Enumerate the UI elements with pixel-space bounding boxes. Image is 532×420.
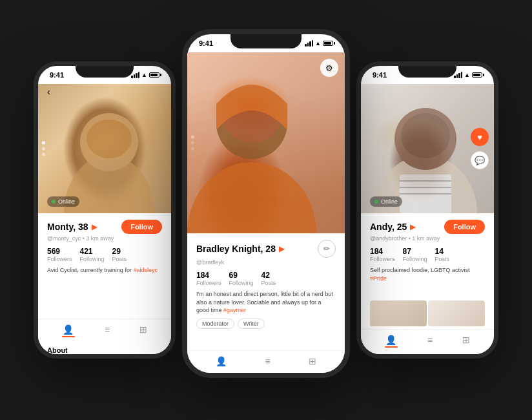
tag-writer: Writer	[238, 319, 265, 329]
verify-icon-left: ▶	[92, 223, 97, 231]
phones-container: 9:41 ▲ ‹	[14, 10, 518, 410]
nav-person-center[interactable]: 👤	[216, 356, 227, 366]
wifi-left: ▲	[141, 72, 147, 78]
nav-list-right[interactable]: ≡	[427, 335, 433, 348]
edit-icon: ✏	[323, 244, 330, 253]
dot-3	[42, 153, 45, 156]
notch-right	[398, 66, 456, 78]
thumb-grid	[361, 298, 494, 329]
about-label: About	[38, 344, 171, 354]
bottom-nav-right: 👤 ≡ ⊞	[361, 329, 494, 354]
time-right: 9:41	[373, 71, 387, 79]
profile-photo-center: ⚙	[187, 52, 345, 233]
name-row-center: Bradley Knight, 28 ▶ ✏	[196, 240, 336, 258]
chat-icon: 💬	[475, 156, 485, 165]
notch-center	[230, 34, 302, 48]
dot-2	[42, 147, 45, 151]
username-dist-left: @monty_cyc • 3 km away	[47, 235, 162, 242]
dot-1	[42, 142, 45, 145]
stats-row-center: 184 Followers 69 Following 42 Posts	[196, 271, 336, 286]
phone-right: 9:41 ▲	[356, 61, 498, 359]
heart-icon: ♥	[477, 132, 482, 142]
stat-followers-right: 184 Followers	[370, 247, 395, 262]
name-age-center: Bradley Knight, 28 ▶	[196, 244, 284, 254]
online-badge-right: Online	[370, 196, 402, 207]
follow-button-right[interactable]: Follow	[444, 220, 485, 234]
list-icon-left: ≡	[105, 324, 110, 335]
status-icons-center: ▲	[305, 40, 333, 47]
battery-left	[149, 72, 159, 78]
tags-row: Moderator Writer	[196, 319, 336, 329]
carousel-dots-left	[42, 142, 45, 156]
back-button-left[interactable]: ‹	[47, 87, 50, 97]
wifi-center: ▲	[315, 40, 321, 47]
nav-underline-right	[385, 346, 398, 348]
stat-following-left: 421 Following	[80, 247, 105, 262]
nav-grid-right[interactable]: ⊞	[462, 335, 470, 348]
phone-left: 9:41 ▲ ‹	[34, 61, 176, 359]
thumb-1[interactable]	[370, 300, 427, 326]
stats-row-right: 184 Followers 87 Following 14 Posts	[370, 247, 485, 262]
follow-button-left[interactable]: Follow	[121, 220, 162, 234]
online-dot-left	[52, 200, 56, 204]
username-dist-right: @andybrother • 1 km away	[370, 235, 485, 242]
name-row-left: Monty, 38 ▶ Follow	[47, 220, 162, 234]
edit-button[interactable]: ✏	[318, 240, 336, 258]
nav-grid-left[interactable]: ⊞	[139, 324, 147, 337]
bottom-nav-left: 👤 ≡ ⊞	[38, 319, 171, 344]
side-actions-right: ♥ 💬	[471, 128, 489, 169]
stats-row-left: 569 Followers 421 Following 29 Posts	[47, 247, 162, 262]
thumb-2[interactable]	[428, 300, 485, 326]
settings-button[interactable]: ⚙	[320, 59, 338, 77]
nav-list-left[interactable]: ≡	[105, 324, 110, 337]
wifi-right: ▲	[464, 72, 470, 78]
person-icon-left: 👤	[63, 324, 74, 335]
heart-button[interactable]: ♥	[471, 128, 489, 146]
phone-center: 9:41 ▲	[182, 29, 350, 378]
stat-followers-left: 569 Followers	[47, 247, 72, 262]
profile-info-left: Monty, 38 ▶ Follow @monty_cyc • 3 km awa…	[38, 213, 171, 319]
bio-center: I'm an honest and direct person, little …	[196, 290, 336, 315]
time-left: 9:41	[50, 71, 64, 79]
nav-underline-left	[62, 336, 75, 337]
signal-center	[305, 40, 313, 47]
stat-following-right: 87 Following	[403, 247, 427, 262]
bio-right: Self proclaimed foodie, LGBTQ activist #…	[370, 266, 485, 282]
back-icon: ‹	[47, 87, 50, 97]
profile-photo-right: Online ♥ 💬	[361, 84, 494, 213]
stat-posts-center: 42 Posts	[261, 271, 276, 286]
online-dot-right	[374, 200, 378, 204]
bio-left: Avid Cyclist, currently training for #ai…	[47, 266, 162, 275]
status-icons-left: ▲	[131, 72, 159, 78]
name-age-left: Monty, 38 ▶	[47, 222, 97, 232]
time-center: 9:41	[199, 39, 213, 47]
signal-right	[454, 72, 462, 78]
stat-posts-right: 14 Posts	[435, 247, 450, 262]
svg-point-2	[87, 120, 132, 158]
profile-photo-left: Online	[38, 84, 171, 213]
svg-point-8	[401, 113, 450, 158]
notch-left	[76, 66, 134, 78]
stat-following-center: 69 Following	[229, 271, 254, 286]
battery-right	[472, 72, 482, 78]
grid-icon-center: ⊞	[309, 356, 316, 366]
online-badge-left: Online	[47, 196, 79, 207]
name-row-right: Andy, 25 ▶ Follow	[370, 220, 485, 234]
name-age-right: Andy, 25 ▶	[370, 222, 415, 232]
username-center: @bradleyk	[196, 259, 336, 266]
chat-button[interactable]: 💬	[471, 151, 489, 169]
verify-icon-center: ▶	[279, 245, 284, 253]
nav-person-right[interactable]: 👤	[385, 335, 398, 348]
person-icon-right: 👤	[385, 335, 396, 345]
stat-followers-center: 184 Followers	[196, 271, 221, 286]
list-icon-center: ≡	[265, 356, 270, 366]
list-icon-right: ≡	[427, 335, 433, 345]
nav-list-center[interactable]: ≡	[265, 356, 270, 366]
nav-grid-center[interactable]: ⊞	[309, 356, 316, 366]
stat-posts-left: 29 Posts	[112, 247, 127, 262]
person-icon-center: 👤	[216, 356, 227, 366]
nav-about-left[interactable]: 👤	[62, 324, 75, 337]
grid-icon-left: ⊞	[139, 324, 147, 335]
svg-point-3	[187, 162, 316, 233]
signal-left	[131, 72, 139, 78]
